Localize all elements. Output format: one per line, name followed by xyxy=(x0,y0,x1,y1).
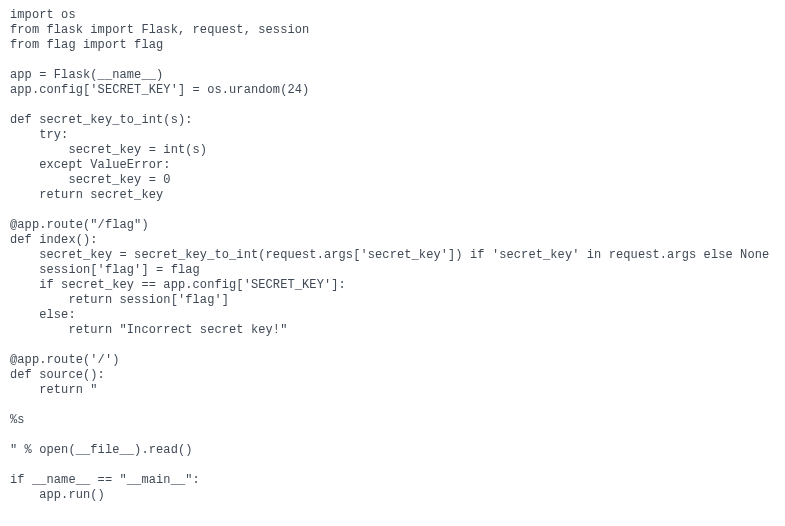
source-code-block: import os from flask import Flask, reque… xyxy=(0,0,785,511)
